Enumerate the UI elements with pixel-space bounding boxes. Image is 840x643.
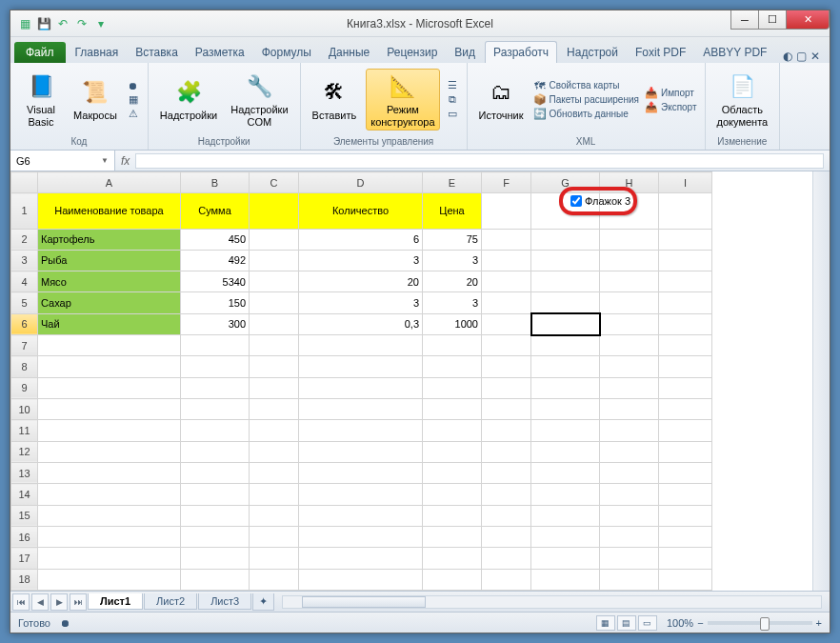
cell-f15[interactable] xyxy=(482,505,531,526)
cell-i15[interactable] xyxy=(659,505,712,526)
cell-d5[interactable]: 3 xyxy=(299,292,423,313)
cell-b10[interactable] xyxy=(181,399,250,420)
zoom-slider[interactable] xyxy=(708,621,812,625)
cell-e12[interactable] xyxy=(423,441,482,462)
row-header-15[interactable]: 15 xyxy=(11,505,38,526)
zoom-in-button[interactable]: + xyxy=(816,617,822,629)
cell-b1[interactable]: Сумма xyxy=(181,193,250,229)
cell-e14[interactable] xyxy=(423,484,482,505)
cell-a1[interactable]: Наименование товара xyxy=(38,193,181,229)
grid[interactable]: A B C D E F G H I 1 Наименование товара … xyxy=(10,171,712,591)
cell-a13[interactable] xyxy=(38,462,181,483)
cell-b15[interactable] xyxy=(181,505,250,526)
cell-f10[interactable] xyxy=(482,399,531,420)
sheet-nav-first[interactable]: ⏮ xyxy=(12,593,30,611)
tab-developer[interactable]: Разработч xyxy=(485,41,557,63)
cell-h3[interactable] xyxy=(600,250,659,271)
cell-h8[interactable] xyxy=(600,356,659,377)
cell-f5[interactable] xyxy=(482,292,531,313)
sheet-nav-prev[interactable]: ◀ xyxy=(31,593,49,611)
cell-a17[interactable] xyxy=(38,548,181,569)
cell-f11[interactable] xyxy=(482,420,531,441)
cell-f7[interactable] xyxy=(482,335,531,356)
macro-record-icon[interactable]: ⏺ xyxy=(60,617,70,629)
view-layout-button[interactable]: ▤ xyxy=(617,615,636,631)
sheet-tab-1[interactable]: Лист1 xyxy=(88,593,143,610)
cell-g4[interactable] xyxy=(531,271,600,292)
cell-d6[interactable]: 0,3 xyxy=(299,313,423,334)
col-header-b[interactable]: B xyxy=(181,172,250,193)
tab-foxit[interactable]: Foxit PDF xyxy=(628,42,693,63)
cell-e9[interactable] xyxy=(423,377,482,398)
cell-f16[interactable] xyxy=(482,526,531,547)
cell-f8[interactable] xyxy=(482,356,531,377)
cell-b6[interactable]: 300 xyxy=(181,313,250,334)
cell-d15[interactable] xyxy=(299,505,423,526)
ribbon-min-icon[interactable]: ▢ xyxy=(796,50,807,63)
cell-b2[interactable]: 450 xyxy=(181,229,250,250)
cell-e16[interactable] xyxy=(423,526,482,547)
cell-d18[interactable] xyxy=(299,569,423,590)
map-properties-button[interactable]: 🗺Свойства карты xyxy=(533,79,639,92)
cell-e17[interactable] xyxy=(423,548,482,569)
cell-b9[interactable] xyxy=(181,377,250,398)
export-button[interactable]: 📤Экспорт xyxy=(645,100,697,113)
tab-insert[interactable]: Вставка xyxy=(128,42,186,63)
cell-h13[interactable] xyxy=(600,462,659,483)
design-mode-button[interactable]: 📐Режим конструктора xyxy=(366,69,439,130)
cell-b3[interactable]: 492 xyxy=(181,250,250,271)
cell-c3[interactable] xyxy=(250,250,299,271)
cell-i3[interactable] xyxy=(659,250,712,271)
row-header-1[interactable]: 1 xyxy=(11,193,38,229)
sheet-tab-3[interactable]: Лист3 xyxy=(198,593,251,610)
cell-f12[interactable] xyxy=(482,441,531,462)
cell-g6[interactable] xyxy=(531,313,600,334)
cell-d3[interactable]: 3 xyxy=(299,250,423,271)
col-header-a[interactable]: A xyxy=(38,172,181,193)
formula-input[interactable] xyxy=(135,153,824,169)
cell-g17[interactable] xyxy=(531,548,600,569)
checkbox-control[interactable]: Флажок 3 xyxy=(569,194,638,208)
cell-f4[interactable] xyxy=(482,271,531,292)
tab-formulas[interactable]: Формулы xyxy=(254,42,319,63)
cell-e7[interactable] xyxy=(423,335,482,356)
cell-h7[interactable] xyxy=(600,335,659,356)
cell-a16[interactable] xyxy=(38,526,181,547)
row-header-17[interactable]: 17 xyxy=(11,548,38,569)
cell-b7[interactable] xyxy=(181,335,250,356)
row-header-11[interactable]: 11 xyxy=(11,420,38,441)
cell-g10[interactable] xyxy=(531,399,600,420)
redo-icon[interactable]: ↷ xyxy=(73,15,90,32)
cell-b12[interactable] xyxy=(181,441,250,462)
view-normal-button[interactable]: ▦ xyxy=(596,615,615,631)
import-button[interactable]: 📥Импорт xyxy=(645,86,697,99)
cell-a12[interactable] xyxy=(38,441,181,462)
cell-h15[interactable] xyxy=(600,505,659,526)
cell-g13[interactable] xyxy=(531,462,600,483)
cell-a8[interactable] xyxy=(38,356,181,377)
cell-c12[interactable] xyxy=(250,441,299,462)
cell-f3[interactable] xyxy=(482,250,531,271)
tab-view[interactable]: Вид xyxy=(447,42,483,63)
help-icon[interactable]: ◐ xyxy=(783,50,792,63)
qat-more-icon[interactable]: ▾ xyxy=(92,15,110,32)
cell-a9[interactable] xyxy=(38,377,181,398)
cell-b17[interactable] xyxy=(181,548,250,569)
tab-abbyy[interactable]: ABBYY PDF xyxy=(695,42,774,63)
col-header-f[interactable]: F xyxy=(482,172,531,193)
cell-d14[interactable] xyxy=(299,484,423,505)
cell-i2[interactable] xyxy=(659,229,712,250)
col-header-c[interactable]: C xyxy=(250,172,299,193)
cell-e18[interactable] xyxy=(423,569,482,590)
com-addins-button[interactable]: 🔧Надстройки COM xyxy=(227,70,291,129)
cell-c11[interactable] xyxy=(250,420,299,441)
cell-g14[interactable] xyxy=(531,484,600,505)
tab-home[interactable]: Главная xyxy=(68,42,127,63)
expansion-packs-button[interactable]: 📦Пакеты расширения xyxy=(533,93,639,107)
cell-c10[interactable] xyxy=(250,399,299,420)
cell-c5[interactable] xyxy=(250,292,299,313)
tab-data[interactable]: Данные xyxy=(321,42,377,63)
cell-a18[interactable] xyxy=(38,569,181,590)
maximize-button[interactable]: ☐ xyxy=(758,10,787,30)
cell-b16[interactable] xyxy=(181,526,250,547)
